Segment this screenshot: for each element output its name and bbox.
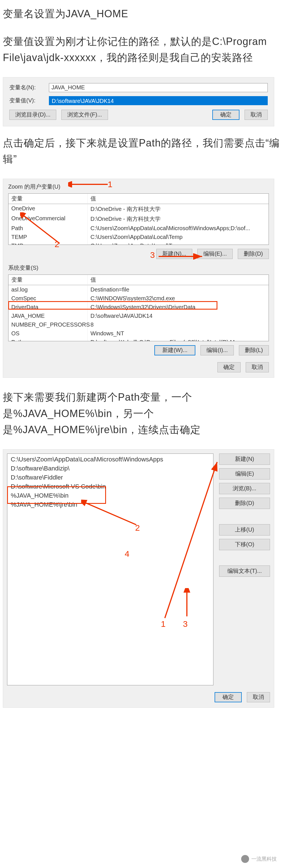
edit-variable-dialog: 变量名(N): 变量值(V): D:\software\JAVA\JDK14 浏… — [3, 77, 274, 126]
paragraph-3: 点击确定后，接下来就是设置Path的路径，我们需要点击“编辑” — [0, 129, 283, 173]
list-item[interactable]: Path — [8, 338, 88, 341]
list-item[interactable]: JAVA_HOME — [8, 312, 88, 320]
system-vars-list[interactable]: 变量 值 asl.logDestination=file ComSpecC:\W… — [8, 275, 269, 341]
annotation-3: 3 — [183, 619, 188, 629]
system-delete-button[interactable]: 删除(L) — [239, 345, 269, 355]
arrow-icon — [81, 499, 140, 528]
arrow-icon — [183, 588, 191, 619]
annotation-4: 4 — [125, 549, 129, 559]
col-value: 值 — [88, 275, 269, 285]
path-cancel-button[interactable]: 取消 — [247, 692, 270, 702]
paragraph-1: 变量名设置为JAVA_HOME — [0, 0, 283, 28]
svg-line-3 — [84, 502, 136, 525]
list-item[interactable]: NUMBER_OF_PROCESSORS — [8, 320, 88, 329]
svg-line-4 — [165, 462, 217, 618]
cancel-button[interactable]: 取消 — [245, 110, 268, 120]
system-edit-button[interactable]: 编辑(I)... — [200, 345, 234, 355]
annotation-3: 3 — [150, 250, 155, 260]
list-item[interactable]: DriverData — [8, 303, 88, 312]
env-ok-button[interactable]: 确定 — [217, 362, 241, 372]
env-cancel-button[interactable]: 取消 — [246, 362, 269, 372]
svg-line-1 — [22, 215, 60, 243]
list-item[interactable]: asl.log — [8, 285, 88, 294]
ok-button[interactable]: 确定 — [212, 110, 240, 120]
path-ok-button[interactable]: 确定 — [215, 692, 242, 702]
user-vars-title: Zoom 的用户变量(U) — [8, 183, 269, 191]
user-delete-button[interactable]: 删除(D) — [238, 249, 269, 259]
system-new-button[interactable]: 新建(W)... — [154, 345, 195, 355]
var-value-label: 变量值(V): — [9, 97, 49, 104]
col-value: 值 — [88, 194, 269, 204]
var-name-label: 变量名(N): — [9, 84, 49, 91]
col-variable: 变量 — [8, 275, 88, 285]
arrow-icon — [157, 253, 206, 259]
arrow-icon — [68, 181, 111, 187]
system-vars-title: 系统变量(S) — [8, 264, 269, 272]
list-item[interactable]: OS — [8, 329, 88, 338]
col-variable: 变量 — [8, 194, 88, 204]
var-name-field[interactable] — [49, 83, 268, 92]
var-value-field[interactable]: D:\software\JAVA\JDK14 — [49, 96, 268, 105]
arrow-icon — [159, 460, 233, 621]
paragraph-2: 变量值设置为刚才让你记住的路径，默认的是C:\Program File\java… — [0, 28, 283, 71]
browse-file-button[interactable]: 浏览文件(F)... — [61, 110, 108, 120]
edit-path-dialog: C:\Users\Zoom\AppData\Local\Microsoft\Wi… — [3, 449, 274, 708]
environment-variables-dialog: Zoom 的用户变量(U) 变量 值 OneDriveD:\OneDrive -… — [3, 179, 274, 378]
browse-directory-button[interactable]: 浏览目录(D)... — [9, 110, 56, 120]
arrow-icon — [20, 212, 65, 246]
list-item[interactable]: ComSpec — [8, 294, 88, 303]
paragraph-4: 接下来需要我们新建两个Path变量，一个是%JAVA_HOME%\bin，另一个… — [0, 383, 283, 444]
